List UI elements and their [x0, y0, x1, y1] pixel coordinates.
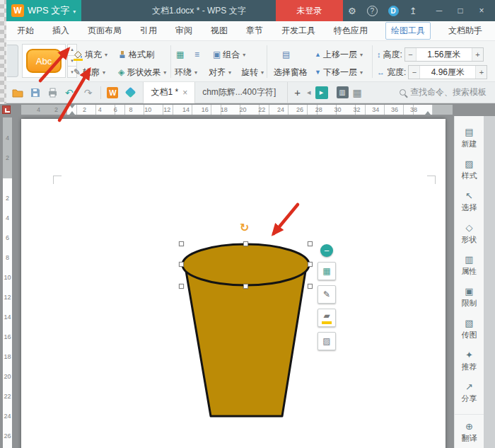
width-increase-button[interactable]: + — [475, 66, 487, 79]
tab-insert[interactable]: 插入 — [52, 22, 70, 40]
format-painter-button[interactable]: 格式刷 — [118, 47, 154, 62]
resize-handle-top[interactable] — [243, 241, 248, 246]
height-increase-button[interactable]: + — [472, 48, 483, 61]
document-canvas[interactable]: ↻ − ▦ ✎ ▰ ▨ — [16, 116, 454, 448]
height-decrease-button[interactable]: − — [405, 48, 417, 61]
panel-toggle-button[interactable]: ▥ — [337, 86, 349, 98]
ruler-number: 28 — [315, 105, 322, 115]
tab-page-layout[interactable]: 页面布局 — [87, 22, 122, 40]
resize-handle-top-right[interactable] — [308, 241, 313, 246]
print-icon[interactable] — [47, 88, 58, 98]
picture-icon: ▨ — [322, 337, 330, 345]
resize-handle-bottom[interactable] — [243, 284, 248, 289]
outline-pen-button[interactable]: ✎ — [318, 285, 336, 304]
wrap-button[interactable]: 环绕▾ — [175, 65, 197, 79]
search-icon — [400, 89, 406, 96]
settings-gear-icon[interactable]: ⚙ — [348, 6, 356, 16]
sidebar-item-translate[interactable]: ⊕ 翻译 — [455, 414, 484, 444]
align-icon-button[interactable]: ≡ — [194, 47, 199, 62]
command-search-box[interactable]: 查找命令、搜索模板 — [400, 86, 495, 98]
login-button[interactable]: 未登录 — [276, 0, 343, 21]
shape-style-gallery[interactable]: Abc — [22, 44, 66, 78]
rotate-handle[interactable]: ↻ — [240, 222, 249, 234]
tab-section[interactable]: 章节 — [245, 22, 264, 40]
sidebar-item-icon: ✦ — [465, 350, 473, 360]
tab-doc-assistant[interactable]: 文档助手 — [448, 22, 483, 40]
redo-button[interactable]: ↷ — [84, 87, 93, 98]
search-placeholder: 查找命令、搜索模板 — [410, 86, 487, 98]
new-document-tab-button[interactable]: + — [294, 86, 301, 98]
width-control: ↔ 宽度: − 4.96厘米 + — [377, 65, 487, 79]
hanging-indent-marker[interactable] — [69, 108, 75, 115]
tab-references[interactable]: 引用 — [139, 22, 158, 40]
maximize-button[interactable]: □ — [450, 0, 471, 21]
tab-drawing-tools[interactable]: 绘图工具 — [385, 22, 431, 40]
previous-tab-button[interactable]: ◂ — [307, 88, 311, 97]
width-decrease-button[interactable]: − — [409, 66, 420, 79]
sidebar-item-image[interactable]: ▧ 传图 — [455, 318, 484, 340]
cup-body-shape[interactable] — [185, 267, 306, 416]
tab-special-apps[interactable]: 特色应用 — [333, 22, 368, 40]
layout-options-button[interactable]: ▦ — [318, 262, 336, 280]
shape-style-gallery-previous[interactable] — [7, 45, 18, 77]
collapse-tools-button[interactable]: − — [320, 244, 333, 257]
picture-button[interactable]: ▨ — [318, 332, 336, 350]
share-window-icon[interactable]: ↥ — [409, 6, 417, 16]
tab-view[interactable]: 视图 — [210, 22, 228, 40]
save-icon[interactable] — [30, 88, 40, 98]
fill-button[interactable]: 填充▾ — [74, 47, 107, 62]
vip-icon[interactable]: D — [388, 6, 399, 16]
next-tab-button[interactable]: ▸ — [315, 86, 328, 99]
resize-handle-bottom-right[interactable] — [308, 284, 313, 289]
app-menu-button[interactable]: W WPS 文字 ▾ — [6, 0, 81, 21]
sidebar-item-properties[interactable]: ▥ 属性 — [455, 255, 484, 277]
minimize-button[interactable]: ─ — [429, 0, 450, 21]
open-folder-icon[interactable] — [12, 88, 23, 98]
align-button[interactable]: 对齐▾ — [209, 65, 231, 79]
ruler-number: 10 — [144, 105, 151, 115]
send-backward-button[interactable]: ▼ 下移一层▾ — [315, 65, 363, 79]
selection-pane-icon-button[interactable]: ▤ — [282, 47, 290, 62]
resize-handle-left[interactable] — [179, 262, 184, 267]
sidebar-item-icon: ◇ — [466, 223, 473, 232]
sidebar-item-recommend[interactable]: ✦ 推荐 — [455, 350, 484, 372]
fill-color-button[interactable]: ▰ — [318, 309, 336, 327]
right-indent-marker[interactable] — [425, 108, 431, 115]
resize-handle-top-left[interactable] — [179, 241, 184, 246]
resize-handle-bottom-left[interactable] — [179, 284, 184, 289]
sidebar-item-icon: ↗ — [465, 382, 473, 391]
tab-home[interactable]: 开始 — [16, 22, 35, 40]
bring-forward-button[interactable]: ▲ 上移一层▾ — [315, 47, 363, 62]
tab-developer[interactable]: 开发工具 — [281, 22, 316, 40]
help-icon[interactable]: ? — [367, 6, 378, 16]
resize-handle-right[interactable] — [308, 262, 313, 267]
close-tab-icon[interactable]: × — [182, 88, 187, 98]
tab-review[interactable]: 审阅 — [175, 22, 193, 40]
wrap-icon-button[interactable]: ▦ — [176, 47, 184, 62]
outline-button[interactable]: ✎ 轮廓▾ — [74, 65, 105, 79]
docer-diamond-icon[interactable] — [125, 87, 136, 98]
shape-effects-button[interactable]: ◈ 形状效果▾ — [118, 65, 166, 79]
group-button[interactable]: ▣ 组合▾ — [213, 47, 245, 62]
sidebar-item-label: 传图 — [462, 330, 477, 340]
workspace-grid-icon[interactable]: ▦ — [353, 87, 362, 98]
chevron-down-icon: ▾ — [163, 69, 166, 76]
tab-stop-selector[interactable] — [2, 105, 11, 114]
doc-tab-2[interactable]: chm陈辉...400字符] — [195, 82, 288, 103]
cup-rim-shape[interactable] — [182, 244, 309, 285]
height-value[interactable]: 1.56厘米 — [417, 49, 472, 61]
selection-pane-button[interactable]: 选择窗格 — [274, 65, 308, 79]
undo-button[interactable]: ↶▾ — [65, 87, 77, 98]
sidebar-item-restrict[interactable]: ▣ 限制 — [455, 287, 484, 309]
rotate-button[interactable]: 旋转▾ — [241, 65, 264, 79]
sidebar-item-icon: ▧ — [465, 318, 473, 328]
close-button[interactable]: × — [471, 0, 492, 21]
sidebar-item-styles[interactable]: ▨ 样式 — [455, 159, 484, 181]
width-value[interactable]: 4.96厘米 — [420, 67, 475, 79]
sidebar-item-new[interactable]: ▤ 新建 — [455, 127, 484, 149]
ruler-number: 32 — [353, 105, 360, 115]
doc-tab-1[interactable]: 文档1 * × — [143, 82, 195, 103]
sidebar-item-select[interactable]: ↖ 选择 — [455, 191, 484, 213]
sidebar-item-shapes[interactable]: ◇ 形状 — [455, 223, 484, 245]
sidebar-item-share[interactable]: ↗ 分享 — [455, 382, 484, 404]
